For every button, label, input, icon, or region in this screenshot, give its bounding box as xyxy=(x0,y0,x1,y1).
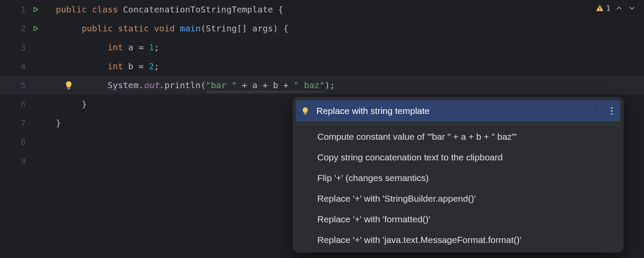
intention-action-label: Replace with string template xyxy=(316,106,592,116)
gutter: 7 xyxy=(0,114,56,132)
line-number: 3 xyxy=(12,42,26,52)
intention-actions-popup: Replace with string template Compute con… xyxy=(293,97,623,252)
line-number: 1 xyxy=(12,4,26,15)
code-line[interactable]: 4 int b = 2; xyxy=(0,57,644,76)
line-number: 6 xyxy=(12,99,26,109)
code-line[interactable]: 2 public static void main(String[] args)… xyxy=(0,19,644,38)
intention-action-label: Replace '+' with 'formatted()' xyxy=(317,214,616,224)
separator xyxy=(599,104,600,117)
intention-action[interactable]: Flip '+' (changes semantics) xyxy=(293,168,623,188)
gutter: 9 xyxy=(0,151,56,170)
line-number: 8 xyxy=(12,137,26,147)
intention-action-selected[interactable]: Replace with string template xyxy=(296,100,620,122)
code-content[interactable]: int a = 1; xyxy=(56,38,159,57)
code-line-active[interactable]: 5 System.out.println("bar " + a + b + " … xyxy=(0,76,644,95)
code-content[interactable]: int b = 2; xyxy=(56,57,159,76)
code-content[interactable]: public class ConcatenationToStringTempla… xyxy=(56,0,283,19)
intention-action[interactable]: Replace '+' with 'java.text.MessageForma… xyxy=(293,230,623,250)
svg-rect-4 xyxy=(304,114,307,114)
code-content[interactable]: } xyxy=(56,114,61,132)
code-content[interactable]: System.out.println("bar " + a + b + " ba… xyxy=(56,76,335,95)
intention-action[interactable]: Copy string concatenation text to the cl… xyxy=(293,147,623,168)
gutter: 8 xyxy=(0,132,56,151)
gutter: 6 xyxy=(0,95,56,114)
gutter: 1 xyxy=(0,0,56,19)
intention-action[interactable]: Compute constant value of '"bar " + a + … xyxy=(293,126,623,147)
gutter: 5 xyxy=(0,76,56,95)
intention-action-label: Compute constant value of '"bar " + a + … xyxy=(317,132,616,142)
light-bulb-icon xyxy=(300,106,310,116)
intention-action-label: Replace '+' with 'StringBuilder.append()… xyxy=(317,194,616,204)
intention-action-label: Copy string concatenation text to the cl… xyxy=(317,152,616,163)
intention-action[interactable]: Replace '+' with 'formatted()' xyxy=(293,209,623,230)
line-number: 7 xyxy=(12,118,26,128)
gutter: 4 xyxy=(0,57,56,76)
code-line[interactable]: 1 public class ConcatenationToStringTemp… xyxy=(0,0,644,19)
line-number: 2 xyxy=(12,23,26,34)
code-line[interactable]: 3 int a = 1; xyxy=(0,38,644,57)
separator xyxy=(296,124,620,125)
intention-action[interactable]: Replace '+' with 'StringBuilder.append()… xyxy=(293,188,623,209)
gutter: 3 xyxy=(0,38,56,57)
more-icon[interactable] xyxy=(608,107,616,115)
code-content[interactable]: } xyxy=(56,95,87,114)
run-gutter-icon[interactable] xyxy=(32,25,39,32)
gutter: 2 xyxy=(0,19,56,38)
run-gutter-icon[interactable] xyxy=(32,6,39,13)
line-number: 9 xyxy=(12,156,26,166)
code-editor[interactable]: 1 1 public class ConcatenationToStringTe… xyxy=(0,0,644,258)
intention-action-label: Flip '+' (changes semantics) xyxy=(317,173,616,183)
line-number: 5 xyxy=(12,80,26,90)
line-number: 4 xyxy=(12,61,26,71)
intention-action-label: Replace '+' with 'java.text.MessageForma… xyxy=(317,235,616,245)
svg-rect-5 xyxy=(304,114,307,115)
code-content[interactable]: public static void main(String[] args) { xyxy=(56,19,289,38)
